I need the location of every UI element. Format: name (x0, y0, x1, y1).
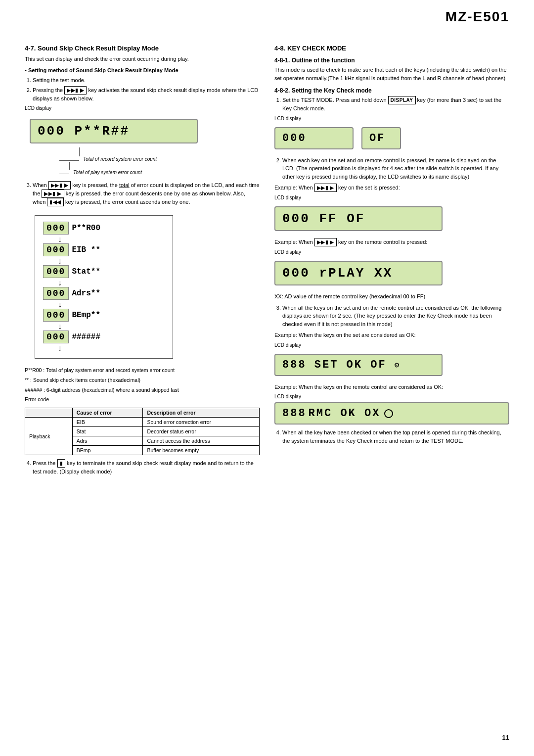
ff-key-icon: ▶▶▮ ▶ (64, 86, 87, 94)
annotation-play: Total of play system error count (73, 170, 142, 175)
r-lcd-wrapper-5: 888 RMC OK OX (274, 402, 509, 425)
r-step-2: When each key on the set and on remote c… (282, 156, 509, 181)
r-lcd-label-3: LCD display (274, 249, 509, 255)
r-lcd-label-4: LCD display (274, 342, 509, 348)
rew-key: ▮◀◀ (47, 198, 64, 206)
bullet-setting-method: Setting method of Sound Skip Check Resul… (25, 66, 260, 75)
arrow-2: ↓ (43, 257, 62, 265)
r-lcd-label-5: LCD display (274, 394, 509, 399)
error-sequence-diagram: 000 P**R00 ↓ 000 EIB ** ↓ 000 Stat** (35, 215, 173, 359)
lcd-888-1: 888 (282, 359, 307, 371)
example4-label: Example: When the keys on the remote con… (274, 383, 509, 391)
page-number: 11 (502, 734, 509, 741)
section-4-7-title: 4-7. Sound Skip Check Result Display Mod… (25, 45, 260, 52)
lcd-of-1: OF (369, 132, 385, 144)
display-key: DISPLAY (388, 96, 416, 104)
table-cell-bemp-desc: Buffer becomes empty (143, 446, 260, 455)
r-lcd-wrapper-4: 888 SET OK OF ⚙ (274, 351, 509, 379)
table-row: Playback EIB Sound error correction erro… (25, 418, 260, 427)
seg-hash: 000 (43, 331, 69, 343)
arrow-3: ↓ (43, 279, 62, 287)
table-cell-eib-desc: Sound error correction error (143, 418, 260, 427)
table-cell-adrs: Adrs (72, 436, 143, 446)
r-lcd-display-5: 888 RMC OK OX (274, 402, 509, 425)
ff-key-3: ▶▶▮ ▶ (42, 189, 64, 198)
lcd-annotation-wrapper: 000 P**R## Total of record system error … (30, 116, 198, 175)
r-lcd-display-1b: OF (361, 127, 401, 149)
seg-bemp: 000 (43, 309, 69, 322)
lcd-label-1: LCD display (25, 105, 260, 111)
example2-label: Example: When ▶▶▮ ▶ key on the remote co… (274, 238, 509, 246)
lcd-display-1: 000 P**R## (30, 119, 198, 143)
table-header-desc: Description of error (143, 408, 260, 418)
step-2: Pressing the ▶▶▮ ▶ key activates the sou… (33, 86, 260, 103)
r-lcd-wrapper-1: 000 OF (274, 124, 509, 152)
step-1: Setting the test mode. (33, 76, 260, 85)
ff-key-2: ▶▶▮ ▶ (48, 181, 71, 189)
note-ss: ** : Sound skip check items counter (hex… (25, 377, 260, 384)
table-header-cause: Cause of error (72, 408, 143, 418)
table-cell-bemp: BEmp (72, 446, 143, 455)
lcd-seg-000: 000 (282, 132, 307, 144)
r-lcd-label-1: LCD display (274, 116, 509, 121)
r-lcd-display-2: 000 FF OF (274, 206, 443, 231)
table-header-0 (25, 408, 73, 418)
stop-key: ▮ (57, 459, 66, 468)
lcd-888-2: 888 (282, 407, 307, 420)
lcd-set-ok-of: SET OK OF (314, 359, 395, 371)
r-step-4: When all the key have been checked or wh… (282, 428, 509, 445)
table-cell-playback: Playback (25, 418, 73, 455)
sub2-title: 4-8-2. Setting the Key Check mode (274, 87, 509, 94)
r-lcd-wrapper-3: 000 rPLAY XX (274, 258, 509, 288)
r-step-1: Set the TEST MODE. Press and hold down D… (282, 96, 509, 113)
section-4-8-title: 4-8. KEY CHECK MODE (274, 45, 509, 52)
r-lcd-label-2: LCD display (274, 195, 509, 200)
r-lcd-wrapper-2: 000 FF OF (274, 203, 509, 234)
r-lcd-display-4: 888 SET OK OF ⚙ (274, 354, 443, 376)
seg-adrs: 000 (43, 287, 69, 300)
note-p00: P**R00 : Total of play system error and … (25, 367, 260, 375)
ff-key-r2: ▶▶▮ ▶ (314, 238, 337, 246)
r-lcd-display-3: 000 rPLAY XX (274, 261, 443, 285)
gear-icon: ⚙ (395, 361, 401, 370)
page-title: MZ-E501 (445, 9, 509, 25)
step-4: Press the ▮ key to terminate the sound s… (33, 459, 260, 476)
error-table: Cause of error Description of error Play… (25, 408, 260, 455)
step-3: When ▶▶▮ ▶ key is pressed, the total of … (33, 181, 260, 206)
right-column: 4-8. KEY CHECK MODE 4-8-1. Outline of th… (274, 45, 509, 479)
arrow-5: ↓ (43, 323, 62, 331)
table-cell-adrs-desc: Cannot access the address (143, 436, 260, 446)
r-step-3: When all the keys on the set and on the … (282, 304, 509, 329)
arrow-6: ↓ (43, 344, 62, 352)
sub1-title: 4-8-1. Outline of the function (274, 57, 509, 64)
xx-note: XX: AD value of the remote control key (… (274, 292, 509, 301)
table-cell-eib: EIB (72, 418, 143, 427)
sub1-text: This mode is used to check to make sure … (274, 66, 509, 82)
ff-key-r1: ▶▶▮ ▶ (314, 184, 337, 192)
note-hash: ###### : 6-digit address (hexadecimal) w… (25, 386, 260, 394)
lcd-rmc-ok-ox: RMC OK OX (309, 407, 381, 420)
circle-icon (384, 409, 393, 418)
arrow-4: ↓ (43, 301, 62, 309)
annotation-record: Total of record system error count (83, 156, 157, 162)
example3-label: Example: When the keys on the set are co… (274, 331, 509, 339)
error-code-label: Error code (25, 396, 260, 404)
section-4-7-intro: This set can display and check the error… (25, 55, 260, 63)
left-column: 4-7. Sound Skip Check Result Display Mod… (25, 45, 260, 479)
seg-p00: 000 (43, 222, 69, 235)
r-lcd-display-1: 000 (274, 127, 354, 149)
table-cell-stat-desc: Decorder status error (143, 427, 260, 436)
seg-stat: 000 (43, 265, 69, 278)
seg-eib: 000 (43, 243, 69, 256)
example1-label: Example: When ▶▶▮ ▶ key on the set is pr… (274, 184, 509, 192)
arrow-1: ↓ (43, 236, 62, 243)
table-cell-stat: Stat (72, 427, 143, 436)
